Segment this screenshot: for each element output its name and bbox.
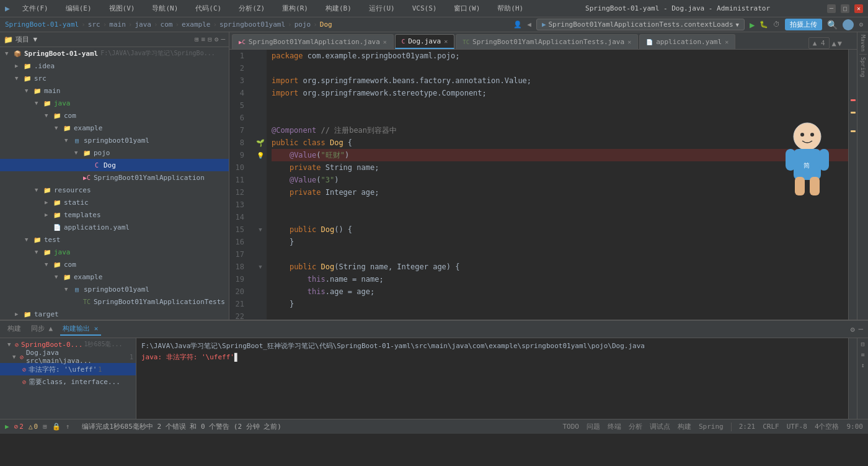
build-button[interactable]: 构建 xyxy=(678,422,691,431)
todo-button[interactable]: TODO xyxy=(563,423,580,431)
breadcrumb-item[interactable]: pojo xyxy=(294,20,311,29)
tab-build-output[interactable]: 构建输出 ✕ xyxy=(60,323,100,336)
tab-close-button[interactable]: ✕ xyxy=(383,38,387,45)
push-icon[interactable]: ↑ xyxy=(66,423,70,431)
minimize-button[interactable]: ─ xyxy=(827,4,836,13)
terminal-button[interactable]: 终端 xyxy=(608,422,621,431)
breadcrumb-item[interactable]: src xyxy=(88,20,100,29)
bottom-settings-icon[interactable]: ⚙ xyxy=(851,325,855,334)
tree-item[interactable]: ▼ ▤ springboot01yaml xyxy=(0,283,229,295)
tab-springboot-tests[interactable]: TC SpringBoot01YamlApplicationTests.java… xyxy=(456,34,638,49)
gutter-fold[interactable]: ▼ xyxy=(254,223,267,236)
sidebar-collapse-icon[interactable]: ≡ xyxy=(202,35,206,43)
tree-item[interactable]: ▼ 📁 resources xyxy=(0,184,229,196)
analysis-button[interactable]: 分析 xyxy=(629,422,642,431)
menu-code[interactable]: 代码(C) xyxy=(190,2,226,14)
code-area[interactable]: package com.example.springboot01yaml.poj… xyxy=(267,50,848,320)
git-icon[interactable]: ⊞ xyxy=(43,423,47,431)
tree-item[interactable]: ▼ 📁 test xyxy=(0,233,229,246)
tree-item[interactable]: ▼ 📁 pojo xyxy=(0,146,229,159)
run-icon[interactable]: ▶ xyxy=(5,423,9,431)
spring-button[interactable]: Spring xyxy=(699,423,724,431)
profile-button[interactable]: ⏱ xyxy=(773,20,780,29)
bottom-collapse-icon[interactable]: ─ xyxy=(859,325,863,334)
tree-item-templates[interactable]: ▶ 📁 templates xyxy=(0,208,229,221)
back-icon[interactable]: ◀ xyxy=(527,20,531,29)
build-tree-item-selected[interactable]: ⊘ 非法字符: '\ufeff' 1 xyxy=(0,363,136,375)
indent-setting[interactable]: 4个空格 xyxy=(815,422,839,431)
breadcrumb-item[interactable]: springboot01yaml xyxy=(219,20,285,29)
share-button[interactable]: 拍摄上传 xyxy=(785,19,822,30)
sidebar-expand-icon[interactable]: ⊟ xyxy=(208,35,212,43)
tab-build[interactable]: 构建 xyxy=(5,323,24,336)
menu-file[interactable]: 文件(F) xyxy=(17,2,53,14)
menu-edit[interactable]: 编辑(E) xyxy=(61,2,97,14)
tree-item[interactable]: ▶ 📁 .idea xyxy=(0,60,229,72)
tree-item[interactable]: ▼ 📦 SpringBoot-01-yaml F:\JAVA\Java学习笔记\… xyxy=(0,47,229,60)
menu-help[interactable]: 帮助(H) xyxy=(492,2,528,14)
right-panel-icon[interactable]: Spring xyxy=(860,57,866,78)
close-button[interactable]: ✕ xyxy=(854,4,863,13)
code-editor[interactable]: 1 2 3 4 5 6 7 8 9 10 11 12 13 14 15 16 1 xyxy=(229,50,857,320)
tab-close-button[interactable]: ✕ xyxy=(627,38,631,45)
menu-run[interactable]: 运行(U) xyxy=(364,2,400,14)
tree-item[interactable]: ▶ 📄 application.yaml xyxy=(0,221,229,233)
tab-springboot-application[interactable]: ▶C SpringBoot01YamlApplication.java ✕ xyxy=(232,34,394,49)
menu-window[interactable]: 窗口(W) xyxy=(449,2,485,14)
breadcrumb-item[interactable]: java xyxy=(135,20,151,29)
debug-button[interactable]: 🐛 xyxy=(760,20,768,29)
breadcrumb-item[interactable]: main xyxy=(109,20,126,29)
breadcrumb-item[interactable]: SpringBoot-01-yaml xyxy=(5,20,79,29)
tree-item[interactable]: ▶ 📁 target xyxy=(0,308,229,320)
tab-close-button[interactable]: ✕ xyxy=(444,38,448,45)
tree-item[interactable]: ▼ 📁 src xyxy=(0,72,229,84)
sidebar-title[interactable]: 项目 ▼ xyxy=(16,35,37,44)
tree-item[interactable]: ▼ ▤ springboot01yaml xyxy=(0,134,229,146)
warning-status[interactable]: △ 0 xyxy=(29,423,38,431)
editor-scrollbar[interactable] xyxy=(848,50,857,320)
problems-button[interactable]: 问题 xyxy=(587,422,600,431)
run-button[interactable]: ▶ xyxy=(750,20,755,30)
tree-item[interactable]: ▼ 📁 java xyxy=(0,97,229,109)
tab-sync[interactable]: 同步 ▲ xyxy=(29,323,55,336)
right-panel-icon[interactable]: Maven xyxy=(860,35,866,52)
build-tree-item[interactable]: ⊘ 需要class, interface... xyxy=(0,375,136,388)
run-config-selector[interactable]: ▶ SpringBoot01YamlApplicationTests.conte… xyxy=(536,19,745,30)
tab-dog[interactable]: C Dog.java ✕ xyxy=(395,34,454,49)
tree-item[interactable]: ▶ 📁 static xyxy=(0,196,229,208)
gutter-fold[interactable]: ▼ xyxy=(254,261,267,273)
tree-item[interactable]: ▼ 📁 main xyxy=(0,84,229,97)
breakpoints-button[interactable]: 调试点 xyxy=(650,422,670,431)
tree-item[interactable]: ▶ ▶C SpringBoot01YamlApplication xyxy=(0,171,229,184)
build-side-icon2[interactable]: ↕ xyxy=(861,362,864,369)
filter-icon[interactable]: ⊟ xyxy=(861,341,864,347)
breadcrumb-item[interactable]: com xyxy=(161,20,173,29)
build-tree-item[interactable]: ▼ ⊘ Dog.java src\main\java... 1 xyxy=(0,351,136,363)
tab-application-yaml[interactable]: 📄 application.yaml ✕ xyxy=(639,34,735,49)
build-side-icon[interactable]: ≡ xyxy=(861,351,864,358)
line-col[interactable]: 2:21 xyxy=(739,423,756,431)
search-button[interactable]: 🔍 xyxy=(827,20,838,30)
error-nav-up[interactable]: ▲ xyxy=(832,39,836,48)
maximize-button[interactable]: □ xyxy=(841,4,849,13)
error-status[interactable]: ⊘ 2 xyxy=(14,423,24,431)
tree-item[interactable]: ▼ 📁 example xyxy=(0,271,229,283)
lock-icon[interactable]: 🔒 xyxy=(52,423,61,431)
sidebar-minimize-icon[interactable]: ─ xyxy=(221,35,225,43)
tab-close-button[interactable]: ✕ xyxy=(725,38,728,45)
encoding[interactable]: UTF-8 xyxy=(787,423,807,431)
tree-item[interactable]: ▶ TC SpringBoot01YamlApplicationTests xyxy=(0,295,229,308)
sidebar-locate-icon[interactable]: ⊞ xyxy=(195,35,199,43)
menu-vcs[interactable]: VCS(S) xyxy=(407,3,442,14)
tree-item[interactable]: ▼ 📁 example xyxy=(0,122,229,134)
tree-item-dog[interactable]: ▶ C Dog xyxy=(0,159,229,171)
sidebar-gear-icon[interactable]: ⚙ xyxy=(215,35,219,43)
menu-analyze[interactable]: 分析(Z) xyxy=(234,2,270,14)
tree-item[interactable]: ▼ 📁 com xyxy=(0,258,229,271)
error-nav-down[interactable]: ▼ xyxy=(838,39,842,48)
breadcrumb-item-dog[interactable]: Dog xyxy=(320,20,332,29)
settings-button[interactable]: ⚙ xyxy=(859,20,863,29)
breadcrumb-item[interactable]: example xyxy=(182,20,210,29)
menu-refactor[interactable]: 重构(R) xyxy=(277,2,313,14)
tree-item[interactable]: ▼ 📁 java xyxy=(0,246,229,258)
